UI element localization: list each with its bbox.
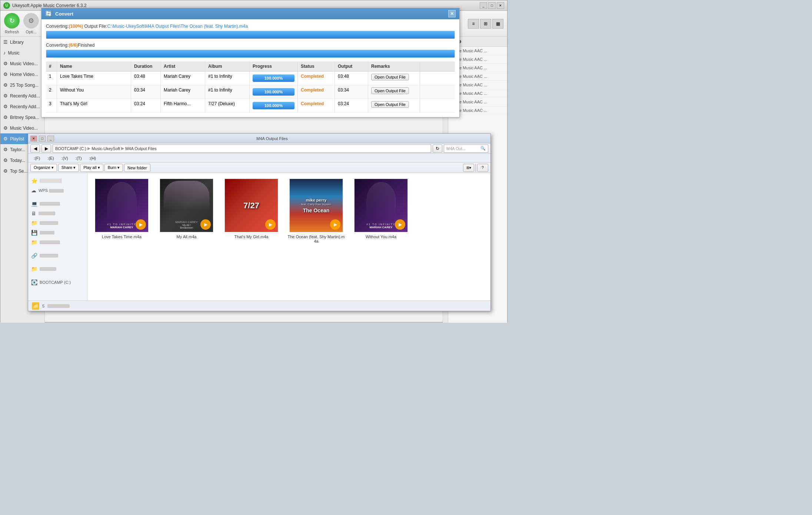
window-controls: _ □ ✕ [480, 2, 504, 9]
monitor-label [39, 212, 55, 215]
dialog-icon: 🔄 [45, 10, 52, 17]
convert-path-1: C:\Music-UkeySoft\M4A Output Files\The O… [107, 24, 247, 29]
musicvideo2-icon: ⚙ [3, 125, 8, 131]
explorer-minimize-button[interactable]: _ [47, 136, 54, 142]
view-icons-button[interactable]: ⊞▾ [463, 164, 474, 172]
cell-status: Completed [298, 72, 335, 85]
file-item[interactable]: mike perry feat. Carly Rae Jepsen The Oc… [287, 179, 345, 243]
exp-sidebar-item-5[interactable]: 📁 [28, 237, 87, 247]
wps-icon: ☁ [31, 187, 36, 193]
exp-sidebar-favorites[interactable]: ⭐ [28, 176, 87, 186]
minimize-button[interactable]: _ [480, 2, 487, 9]
exp-sidebar-item-6[interactable]: 🔗 [28, 251, 87, 260]
favorites-icon: ⭐ [31, 178, 37, 184]
sidebar-item-label: Recently Add... [10, 104, 40, 109]
dialog-table-row[interactable]: 3 That's My Girl 03:24 Fifth Harmo... 7/… [46, 99, 455, 113]
sidebar-item-britney[interactable]: ⚙ Britney Spea... [0, 112, 44, 123]
sidebar-item-label: 25 Top Song... [10, 83, 39, 88]
sidebar-item-recentlyadd2[interactable]: ⚙ Recently Add... [0, 101, 44, 112]
file-item[interactable]: #1 TO INFINITY MARIAH CAREY ▶ Without Yo… [352, 179, 410, 243]
exp-sidebar-bootcamp[interactable]: 💽 BOOTCAMP (C:) [28, 278, 87, 287]
sidebar-item-label: Playlist [10, 136, 24, 142]
explorer-titlebar: ✕ □ _ M4A Output Files [28, 134, 490, 143]
sidebar-item-homevideos[interactable]: ⚙ Home Video... [0, 69, 44, 80]
maximize-button[interactable]: □ [488, 2, 496, 9]
playlist-icon: ⚙ [3, 136, 8, 142]
refresh-button[interactable]: ↻ Refresh [4, 13, 20, 34]
burn-button[interactable]: Burn ▾ [104, 164, 123, 172]
cell-album: 7/27 (Deluxe) [205, 99, 250, 112]
file-item[interactable]: #1 TO INFINITY MARIAH CAREY ▶ Love Takes… [93, 179, 150, 243]
share-button[interactable]: Share ▾ [58, 164, 79, 172]
col-stat: Status [298, 62, 335, 71]
cell-album: #1 to Infinity [205, 85, 250, 99]
bootcamp-icon: 💽 [31, 279, 37, 285]
wps-label: WPS [39, 188, 64, 193]
file-item[interactable]: 7/27 ▶ That's My Girl.m4a [223, 179, 280, 243]
explorer-menu-bar: :(F) :(E) :(V) :(T) :(H) [28, 154, 490, 163]
forward-button[interactable]: ▶ [41, 144, 51, 153]
open-output-button[interactable]: Open Output File [371, 101, 409, 108]
exp-sidebar-wps[interactable]: ☁ WPS [28, 186, 87, 195]
new-folder-button[interactable]: New folder [124, 164, 150, 172]
exp-sidebar-item-3[interactable]: 📁 [28, 218, 87, 228]
file-item[interactable]: MARIAH CAREY My All / Breakdown ▶ My All… [158, 179, 215, 243]
menu-item-v[interactable]: :(V) [58, 155, 71, 162]
menu-item-e[interactable]: :(E) [44, 155, 57, 162]
dialog-table-row[interactable]: 1 Love Takes Time 03:48 Mariah Carey #1 … [46, 72, 455, 85]
back-button[interactable]: ◀ [30, 144, 40, 153]
cell-output: 03:24 [335, 99, 368, 112]
view-list-button[interactable]: ≡ [468, 19, 479, 29]
sidebar-item-label: Recently Add... [10, 93, 40, 99]
refresh-explorer-button[interactable]: ↻ [433, 144, 442, 153]
view-grid-button[interactable]: ⊞ [480, 19, 491, 29]
refresh-icon: ↻ [4, 13, 20, 29]
sidebar-item-music[interactable]: ♪ Music [0, 47, 44, 58]
explorer-maximize-button[interactable]: □ [39, 136, 46, 142]
sidebar-item-library[interactable]: ☰ Library [0, 37, 44, 47]
dialog-close-button[interactable]: ✕ [448, 10, 456, 17]
sidebar-item-musicvideos[interactable]: ⚙ Music Video... [0, 58, 44, 69]
dialog-table-row[interactable]: 2 Without You 03:34 Mariah Carey #1 to I… [46, 85, 455, 99]
menu-item-h[interactable]: :(H) [86, 155, 99, 162]
dialog-content: Converting:(100%) Output File:C:\Music-U… [41, 19, 459, 117]
options-label: Opti... [26, 30, 36, 34]
organize-button[interactable]: Organize ▾ [30, 164, 57, 172]
album-art-mike-perry: mike perry feat. Carly Rae Jepsen The Oc… [290, 179, 343, 232]
exp-sidebar-item-2[interactable]: 🖥 [28, 209, 87, 218]
convert-dialog: 🔄 Convert ✕ Converting:(100%) Output Fil… [41, 8, 460, 117]
options-button[interactable]: ⚙ Opti... [23, 13, 39, 34]
help-button[interactable]: ? [477, 164, 488, 172]
play-all-button[interactable]: Play all ▾ [80, 164, 103, 172]
address-sep-2: ▶ [121, 146, 124, 151]
media-label [40, 267, 56, 271]
cell-artist: Mariah Carey [161, 85, 205, 99]
album-text: #1 TO INFINITY MARIAH CAREY [95, 223, 148, 229]
open-output-button[interactable]: Open Output File [371, 74, 409, 80]
file-thumbnail-1: #1 TO INFINITY MARIAH CAREY ▶ [95, 179, 149, 232]
file-name-4: The Ocean (feat. Shy Martin).m4a [287, 235, 345, 243]
cell-name: Love Takes Time [57, 72, 131, 85]
folder-label-1 [40, 221, 58, 225]
menu-item-t[interactable]: :(T) [72, 155, 85, 162]
view-detail-button[interactable]: ▦ [492, 19, 503, 29]
exp-sidebar-item-4[interactable]: 💾 [28, 228, 87, 237]
explorer-search-box[interactable]: M4A Out... 🔍 [444, 144, 488, 153]
exp-sidebar-item-7[interactable]: 📁 [28, 264, 87, 274]
explorer-close-button[interactable]: ✕ [30, 136, 37, 142]
recentlyadd1-icon: ⚙ [3, 93, 8, 99]
menu-item-f[interactable]: :(F) [30, 155, 43, 162]
address-bar[interactable]: BOOTCAMP (C:) ▶ Music-UkeySoft ▶ M4A Out… [53, 144, 431, 153]
sidebar-item-musicvideo2[interactable]: ⚙ Music Video... [0, 123, 44, 133]
app-title: Ukeysoft Apple Music Converter 6.3.2 [12, 3, 480, 8]
open-output-button[interactable]: Open Output File [371, 87, 409, 94]
close-button[interactable]: ✕ [497, 2, 504, 9]
address-part-3: M4A Output Files [125, 146, 156, 151]
dialog-titlebar: 🔄 Convert ✕ [41, 8, 459, 19]
col-prog: Progress [250, 62, 298, 71]
sidebar-item-recentlyadd1[interactable]: ⚙ Recently Add... [0, 90, 44, 101]
topse-icon: ⚙ [3, 168, 8, 174]
exp-sidebar-item-1[interactable]: 💻 [28, 199, 87, 209]
explorer-title: M4A Output Files [56, 136, 488, 141]
sidebar-item-25top[interactable]: ⚙ 25 Top Song... [0, 80, 44, 90]
